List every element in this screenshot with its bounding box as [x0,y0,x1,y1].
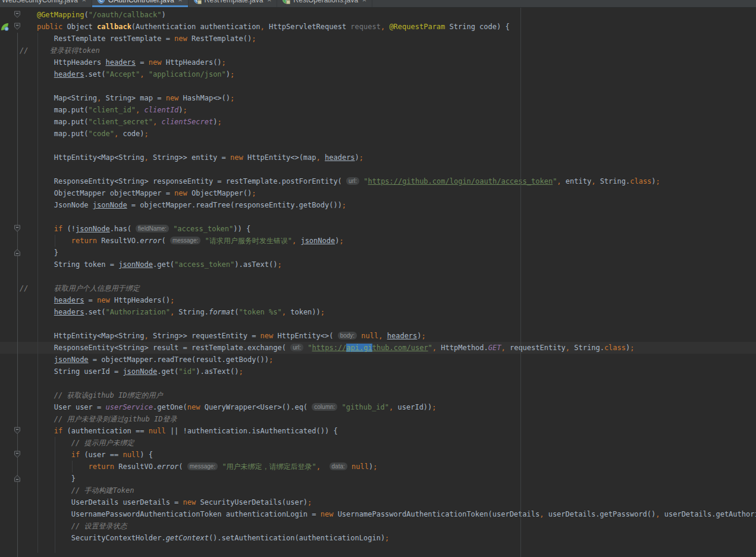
code-token[interactable]: "token %s" [239,308,282,316]
code-line[interactable]: // 手动构建Token [0,484,756,496]
code-token[interactable]: String code) { [445,23,509,31]
code-line[interactable]: User user = userService.getOne(new Query… [0,401,756,413]
code-token[interactable]: "/oauth/callback" [89,11,162,19]
code-token[interactable] [20,237,71,245]
code-token[interactable]: return [89,462,114,471]
code-token[interactable]: @GetMapping [37,11,84,19]
code-token[interactable] [20,486,71,495]
close-icon[interactable]: × [178,0,183,3]
code-token[interactable]: ; [252,189,256,197]
code-token[interactable]: " [428,344,432,352]
code-token[interactable] [20,355,54,364]
code-token[interactable]: , [378,332,382,340]
code-token[interactable]: ; [217,118,221,126]
code-token[interactable]: .get( [153,260,174,269]
code-token[interactable]: ; [321,308,325,316]
code-token[interactable]: " [308,344,312,352]
code-token[interactable]: requestEntity [506,344,566,352]
code-token[interactable]: class [630,177,651,185]
code-token[interactable]: HttpEntity<>( [273,332,337,340]
code-token[interactable]: "client_secret" [89,118,153,126]
code-token[interactable]: new [321,510,334,518]
code-token[interactable]: userDetails.getPassword() [544,510,655,518]
code-token[interactable]: "code" [89,130,114,138]
code-token[interactable]: map.put( [20,106,89,114]
code-token[interactable]: "Accept" [106,70,140,78]
code-token[interactable]: class [604,344,626,352]
code-token[interactable]: , [566,344,570,352]
code-token[interactable]: String userId = [20,367,123,376]
code-token[interactable]: headers [387,332,418,340]
code-token[interactable]: ( [234,308,239,316]
code-token[interactable]: null [149,427,166,435]
code-token[interactable] [20,415,54,423]
code-token[interactable]: @RequestParam [389,23,445,31]
code-token[interactable] [20,391,54,399]
code-line[interactable]: HttpEntity<Map<String, String>> entity =… [0,152,756,163]
code-token[interactable]: = objectMapper.readTree(result.getBody()… [89,355,269,364]
tab-resttemplate[interactable]: C RestTemplate.java × [189,0,278,7]
code-token[interactable]: ; [278,260,282,269]
code-token[interactable]: Map<String [20,94,97,102]
code-token[interactable]: ; [422,332,426,340]
code-token[interactable]: ) [355,153,359,162]
code-token[interactable] [383,332,387,340]
code-token[interactable]: RestTemplate restTemplate = [20,34,174,43]
code-line[interactable]: return ResultVO.error( message: "请求用户服务时… [0,235,756,247]
code-token[interactable]: ; [432,403,436,411]
code-token[interactable]: headers [325,153,355,162]
code-token[interactable]: // 登录获得token [20,46,100,55]
code-token[interactable]: ; [269,355,273,364]
code-token[interactable]: new [230,153,243,162]
code-token[interactable]: SecurityContextHolder. [20,534,166,542]
code-line[interactable] [0,163,756,175]
code-token[interactable] [20,11,37,19]
code-token[interactable]: "Authorization" [106,308,170,316]
code-line[interactable]: HttpHeaders headers = new HttpHeaders(); [0,56,756,68]
code-token[interactable]: ; [239,367,243,376]
code-token[interactable]: } [20,248,58,257]
code-token[interactable]: = [84,296,97,304]
code-line[interactable]: headers = new HttpHeaders(); [0,294,756,306]
code-token[interactable]: .set( [84,308,105,316]
code-token[interactable]: thub.com/user [372,344,428,352]
close-icon[interactable]: × [82,0,86,3]
code-token[interactable]: )) { [233,225,250,233]
code-line[interactable] [0,80,756,92]
code-token[interactable]: if [54,427,62,435]
code-token[interactable]: jsonNode [93,201,127,209]
code-token[interactable]: userDetails.getAuthorities( [660,510,756,518]
code-line[interactable]: UserDetails userDetails = new SecurityUs… [0,496,756,508]
code-token[interactable]: ).asText() [234,260,277,269]
code-token[interactable]: , [432,344,437,352]
code-token[interactable]: ; [656,177,660,185]
code-token[interactable]: (! [62,225,76,233]
code-token[interactable]: String. [595,177,630,185]
code-token[interactable]: new [174,34,187,43]
code-token[interactable]: String>> requestEntity = [149,332,261,340]
code-token[interactable]: ResponseEntity<String> result = restTemp… [20,344,290,352]
code-token[interactable]: , [145,332,149,340]
code-token[interactable]: "请求用户服务时发生错误" [205,237,291,245]
code-token[interactable]: ) { [140,451,153,459]
code-token[interactable]: HttpServletRequest [265,23,351,31]
code-line[interactable]: } [0,247,756,259]
code-token[interactable]: "access_token" [173,225,233,233]
code-line[interactable]: if (authentication == null || !authentic… [0,425,756,437]
code-line[interactable]: if (user == null) { [0,449,756,461]
code-token[interactable]: callback [97,23,131,31]
code-line[interactable]: SecurityContextHolder.getContext().setAu… [0,532,756,544]
code-token[interactable]: UsernamePasswordAuthenticationToken auth… [20,510,321,518]
code-token[interactable] [140,106,144,114]
tab-restoperations[interactable]: I RestOperations.java × [277,0,372,7]
code-token[interactable]: "github_id" [342,403,389,411]
code-token[interactable]: ; [230,70,234,78]
code-token[interactable]: Object [62,23,97,31]
code-line[interactable]: } [0,473,756,484]
selected-text[interactable]: api.gi [346,344,372,352]
code-line[interactable]: map.put("client_id", clientId); [0,104,756,116]
code-token[interactable]: = [136,58,149,67]
code-token[interactable]: clientId [145,106,179,114]
code-token[interactable]: ; [359,153,363,162]
parameter-hint[interactable]: message: [170,237,200,244]
